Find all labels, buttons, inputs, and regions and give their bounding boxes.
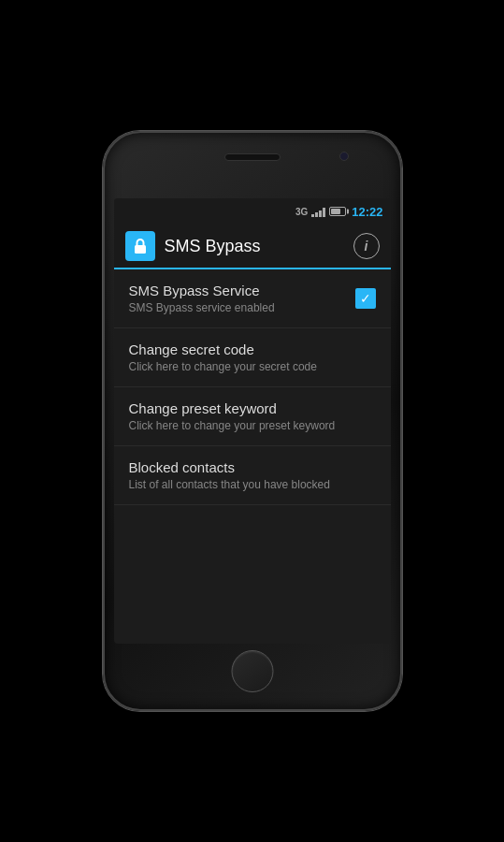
checkmark-icon: ✓ — [360, 292, 371, 305]
setting-subtitle-change-preset-keyword: Click here to change your preset keyword — [129, 419, 376, 432]
status-bar: 3G 12:22 — [114, 198, 391, 225]
signal-3g-label: 3G — [295, 207, 308, 217]
app-bar: SMS Bypass i — [114, 225, 391, 269]
setting-item-change-preset-keyword[interactable]: Change preset keywordClick here to chang… — [114, 387, 391, 446]
app-title: SMS Bypass — [165, 237, 353, 256]
setting-subtitle-change-secret-code: Click here to change your secret code — [129, 360, 376, 373]
phone-shell: 3G 12:22 — [103, 131, 402, 711]
battery-icon — [329, 207, 346, 216]
home-button[interactable] — [231, 650, 273, 692]
setting-subtitle-blocked-contacts: List of all contacts that you have block… — [129, 478, 376, 491]
camera — [339, 152, 349, 161]
setting-title-sms-bypass-service: SMS Bypass Service — [129, 283, 355, 298]
setting-title-change-secret-code: Change secret code — [129, 341, 376, 357]
status-time: 12:22 — [352, 205, 382, 219]
setting-subtitle-sms-bypass-service: SMS Bypass service enabled — [129, 301, 355, 314]
svg-rect-0 — [135, 245, 146, 254]
signal-bars-icon — [311, 206, 325, 217]
setting-title-blocked-contacts: Blocked contacts — [129, 459, 376, 475]
checkbox-sms-bypass-service[interactable]: ✓ — [355, 288, 376, 309]
setting-item-blocked-contacts[interactable]: Blocked contactsList of all contacts tha… — [114, 446, 391, 505]
app-logo-icon — [125, 231, 155, 261]
settings-list: SMS Bypass ServiceSMS Bypass service ena… — [114, 269, 391, 505]
setting-title-change-preset-keyword: Change preset keyword — [129, 400, 376, 416]
speaker — [224, 153, 281, 161]
setting-item-change-secret-code[interactable]: Change secret codeClick here to change y… — [114, 328, 391, 387]
screen: 3G 12:22 — [114, 198, 391, 644]
info-button[interactable]: i — [353, 233, 380, 259]
setting-item-sms-bypass-service[interactable]: SMS Bypass ServiceSMS Bypass service ena… — [114, 269, 391, 328]
